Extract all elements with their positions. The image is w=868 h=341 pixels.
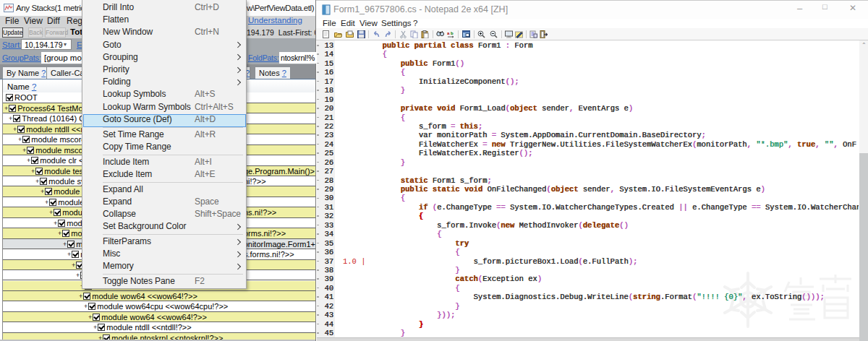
svg-text:a: a: [447, 31, 450, 35]
svg-text:b: b: [451, 31, 454, 35]
